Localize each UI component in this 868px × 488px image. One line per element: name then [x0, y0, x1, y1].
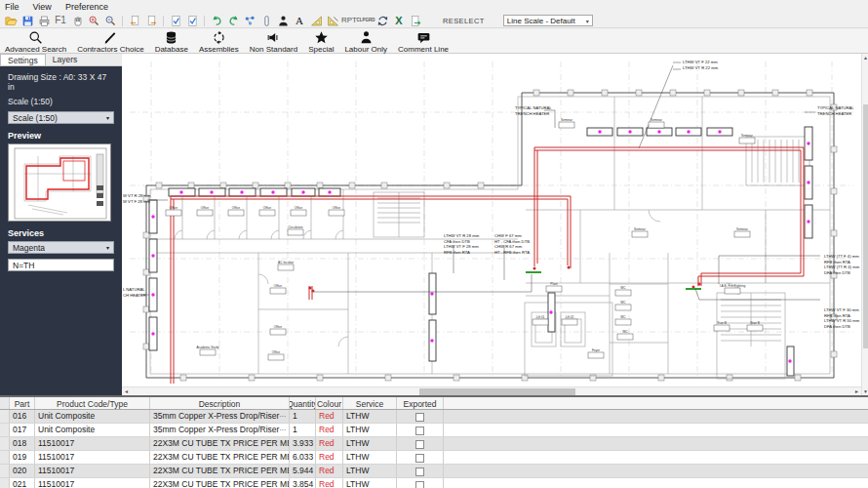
set-square-icon[interactable]	[309, 14, 323, 27]
table-row[interactable]: 020 11510017 22X3M CU TUBE TX PRICE PER …	[0, 465, 868, 478]
advanced-search-button[interactable]: Advanced Search	[3, 30, 68, 54]
sidebar: Settings Layers Drawing Size : A0: 33 X …	[0, 54, 122, 395]
service-name-input[interactable]: N=TH	[8, 259, 114, 271]
clp-label: CLP	[357, 19, 366, 23]
row-gutter[interactable]	[0, 410, 10, 423]
table-row[interactable]: 021 11510017 22X3M CU TUBE TX PRICE PER …	[0, 478, 868, 488]
capsule-icon[interactable]	[259, 14, 273, 27]
open-folder-icon[interactable]	[4, 14, 18, 27]
table-row[interactable]: 019 11510017 22X3M CU TUBE TX PRICE PER …	[0, 451, 868, 465]
page-next-icon[interactable]	[144, 14, 158, 27]
scroll-down-icon[interactable]: ▼	[862, 387, 868, 395]
text-tool-icon[interactable]: A	[293, 14, 306, 27]
col-colour[interactable]: Colour	[316, 397, 343, 409]
zoom-in-icon[interactable]	[87, 14, 100, 27]
leader-lines	[141, 62, 820, 300]
svg-text:Seminar: Seminar	[741, 134, 754, 138]
menu-view[interactable]: View	[33, 2, 52, 12]
part-cell: 016	[10, 410, 35, 423]
help-f1-button[interactable]: F1	[54, 14, 67, 27]
ribbon-label: Contractors Choice	[77, 45, 143, 54]
vertical-scrollbar[interactable]: ▲ ▼	[861, 54, 868, 395]
col-exported[interactable]: Exported	[397, 397, 444, 409]
save-icon[interactable]	[20, 14, 34, 27]
part-cell: 018	[10, 437, 35, 450]
zoom-out-icon[interactable]	[103, 14, 117, 27]
row-gutter[interactable]	[0, 478, 10, 488]
interior-partitions	[150, 97, 830, 379]
preview-thumbnail[interactable]	[8, 143, 111, 222]
chevron-down-icon: ▾	[106, 244, 109, 251]
export-icon[interactable]	[409, 14, 422, 27]
exported-checkbox[interactable]	[415, 454, 424, 463]
special-button[interactable]: Special	[306, 30, 335, 54]
database-icon	[164, 30, 178, 45]
preview-heading: Preview	[8, 131, 114, 141]
ribbon-label: Non Standard	[250, 45, 297, 54]
horizontal-scrollbar[interactable]: ◄ ►	[122, 386, 861, 395]
page-prev-icon[interactable]	[128, 14, 141, 27]
scale-select[interactable]: Scale (1:50) ▾	[8, 111, 114, 124]
col-quantity[interactable]: Quantity	[290, 397, 316, 409]
scroll-left-icon[interactable]: ◄	[122, 387, 131, 395]
code-cell: Unit Composite	[35, 410, 150, 423]
redo-icon[interactable]	[226, 14, 240, 27]
col-description[interactable]: Description	[150, 397, 290, 409]
table-header: Part Product Code/Type Description Quant…	[0, 397, 868, 410]
rpt-button[interactable]: RPT	[342, 14, 356, 27]
set-square-2-icon[interactable]	[326, 14, 339, 27]
scroll-right-icon[interactable]: ►	[852, 387, 861, 395]
clip-grid-button[interactable]: CLPGRD	[359, 14, 373, 27]
refresh-icon[interactable]	[375, 14, 389, 27]
col-part[interactable]: Part	[10, 397, 35, 409]
table-row[interactable]: 017 Unit Composite 35mm Copper X-Press D…	[0, 424, 868, 437]
row-gutter[interactable]	[0, 437, 10, 450]
labour-only-button[interactable]: Labour Only	[342, 30, 389, 54]
tab-settings[interactable]: Settings	[0, 54, 46, 65]
menu-file[interactable]: File	[5, 2, 20, 12]
page-check-2-icon[interactable]	[185, 14, 199, 27]
user-icon[interactable]	[276, 14, 290, 27]
page-check-icon[interactable]	[169, 14, 182, 27]
table-row[interactable]: 018 11510017 22X3M CU TUBE TX PRICE PER …	[0, 437, 868, 451]
reselect-button[interactable]: RESELECT	[443, 17, 485, 25]
contractors-choice-button[interactable]: Contractors Choice	[75, 30, 145, 54]
menu-preference[interactable]: Preference	[65, 2, 108, 12]
nodes-icon[interactable]	[243, 14, 256, 27]
description-text: 35mm Copper X-Press Drop/Riser	[153, 425, 279, 436]
tab-layers[interactable]: Layers	[46, 54, 85, 65]
horizontal-scroll-thumb[interactable]	[419, 388, 575, 395]
exported-checkbox[interactable]	[415, 440, 424, 449]
exported-cell	[397, 451, 444, 464]
exported-checkbox[interactable]	[415, 413, 424, 422]
exported-checkbox[interactable]	[415, 481, 424, 488]
exported-checkbox[interactable]	[415, 468, 424, 476]
col-service[interactable]: Service	[343, 397, 397, 409]
line-scale-select[interactable]: Line Scale - Default▾	[503, 15, 593, 26]
pan-hand-icon[interactable]	[70, 14, 84, 27]
scroll-up-icon[interactable]: ▲	[862, 54, 868, 61]
more-button[interactable]: ...	[279, 411, 286, 423]
excel-export-icon[interactable]: X	[392, 14, 406, 27]
comment-line-button[interactable]: Comment Line	[396, 30, 451, 54]
col-product-code[interactable]: Product Code/Type	[35, 397, 150, 409]
svg-text:WC: WC	[622, 330, 628, 334]
service-cell: LTHW	[343, 410, 397, 423]
service-color-select[interactable]: Magenta ▾	[8, 241, 114, 254]
print-icon[interactable]	[37, 14, 51, 27]
colour-cell: Red	[316, 451, 343, 464]
table-row[interactable]: 016 Unit Composite 35mm Copper X-Press D…	[0, 410, 868, 424]
assemblies-button[interactable]: Assemblies	[197, 30, 241, 54]
more-button[interactable]: ...	[279, 425, 286, 436]
row-gutter[interactable]	[0, 465, 10, 477]
svg-text:TYPICAL NATURALTRENCH HEATER: TYPICAL NATURALTRENCH HEATER	[515, 105, 552, 116]
vertical-scroll-thumb[interactable]	[863, 104, 868, 348]
row-gutter[interactable]	[0, 424, 10, 436]
non-standard-button[interactable]: Non Standard	[248, 30, 299, 54]
exported-checkbox[interactable]	[415, 427, 424, 435]
undo-icon[interactable]	[210, 14, 223, 27]
drawing-canvas[interactable]: LTHW VT F 22 mmLTHW VT R 22 mmTYPICAL NA…	[122, 54, 868, 395]
row-gutter[interactable]	[0, 451, 10, 464]
database-button[interactable]: Database	[153, 30, 190, 54]
row-gutter	[0, 397, 10, 409]
